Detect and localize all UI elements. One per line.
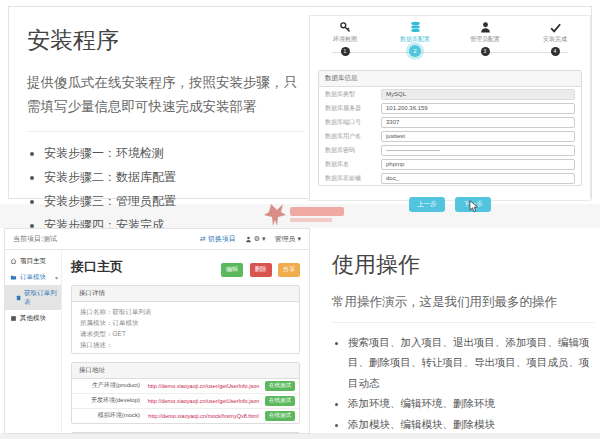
step-number: 1 (341, 47, 350, 56)
db-port-input[interactable] (381, 117, 575, 128)
env-label: 模拟环境(mock) (76, 411, 146, 420)
settings-dropdown[interactable]: ⚙ ▾ (245, 235, 266, 243)
folder-icon (10, 274, 17, 281)
usage-item: 添加环境、编辑环境、删除环境 (348, 393, 594, 413)
db-prefix-input[interactable] (381, 173, 575, 184)
install-description: 提供傻瓜式在线安装程序，按照安装步骤，只需填写少量信息即可快速完成安装部署 (27, 71, 299, 120)
check-icon (549, 21, 562, 34)
home-icon (10, 258, 17, 265)
env-label: 开发环境(develop) (76, 396, 146, 405)
db-type-input[interactable] (381, 89, 575, 100)
env-url-link[interactable]: http://demo.xiaoyaoji.cn/mock/fxsmyQx8.h… (146, 413, 261, 419)
switch-project-link[interactable]: ⇄ 切换项目 (200, 234, 236, 244)
person-icon (245, 236, 252, 243)
step-label: 管理员配置 (470, 35, 500, 44)
usage-item: 搜索项目、加入项目、退出项目、添加项目、编辑项目、删除项目、转让项目、导出项目、… (348, 332, 594, 393)
caret-down-icon: ▾ (55, 274, 58, 281)
wizard-step-database[interactable]: 数据库配置 2 (380, 21, 450, 62)
panel-title: 接口地址 (72, 363, 299, 379)
step-number: 3 (481, 47, 490, 56)
switch-icon: ⇄ (200, 235, 206, 243)
field-label: 数据库服务器 (325, 104, 381, 113)
wizard-step-finish[interactable]: 安装完成 4 (520, 21, 590, 62)
detail-row: 请求类型：GET (80, 328, 291, 339)
app-sidebar: 项目主页 订单模块 ▾ 获取订单列表 其他模块 (5, 250, 62, 434)
address-row-mock: 模拟环境(mock) http://demo.xiaoyaoji.cn/mock… (72, 409, 299, 423)
db-server-input[interactable] (381, 103, 575, 114)
detail-row: 所属模块：订单模块 (80, 317, 291, 328)
detail-row: 接口描述： (80, 339, 291, 350)
field-label: 数据库密码 (325, 146, 381, 155)
panel-title: 请求参数 (72, 433, 299, 435)
db-field-row: 数据库密码 (319, 143, 581, 157)
db-field-row: 数据库用户名 (319, 129, 581, 143)
sidebar-item-project-home[interactable]: 项目主页 (5, 253, 61, 269)
app-navbar: 当前项目:测试 ⇄ 切换项目 ⚙ ▾ 管理员 ▾ (5, 229, 309, 250)
main-header: 接口主页 编辑 删除 分享 (71, 257, 300, 277)
usage-list: 搜索项目、加入项目、退出项目、添加项目、编辑项目、删除项目、转让项目、导出项目、… (332, 332, 594, 439)
user-menu-dropdown[interactable]: 管理员 ▾ (274, 234, 301, 244)
sidebar-item-other-module[interactable]: 其他模块 (5, 310, 61, 326)
field-label: 数据库端口号 (325, 118, 381, 127)
panel-body: 接口名称：获取订单列表 所属模块：订单模块 请求类型：GET 接口描述： (72, 302, 299, 353)
usage-subtitle: 常用操作演示，这是我们用到最多的操作 (332, 294, 594, 311)
db-password-input[interactable] (381, 145, 575, 156)
app-screenshot: 当前项目:测试 ⇄ 切换项目 ⚙ ▾ 管理员 ▾ (4, 228, 310, 434)
address-row-develop: 开发环境(develop) http://demo.xiaoyaoji.cn/u… (72, 394, 299, 409)
field-label: 数据库表前缀 (325, 174, 381, 183)
online-test-button[interactable]: 在线测试 (265, 381, 295, 391)
install-section: 安装程序 提供傻瓜式在线安装程序，按照安装步骤，只需填写少量信息即可快速完成安装… (8, 6, 592, 199)
wizard-step-admin[interactable]: 管理员配置 3 (450, 21, 520, 62)
field-label: 数据库类型 (325, 90, 381, 99)
divider (27, 131, 305, 132)
navbar-right: ⇄ 切换项目 ⚙ ▾ 管理员 ▾ (200, 234, 301, 244)
env-url-link[interactable]: http://demo.xiaoyaoji.cn/user/getUserInf… (146, 398, 261, 404)
db-field-row: 数据库表前缀 (319, 171, 581, 185)
address-row-product: 生产环境(product) http://demo.xiaoyaoji.cn/u… (72, 379, 299, 394)
usage-item: 添加接口、编辑接口、删除接口、调试接口 (348, 434, 594, 439)
share-button[interactable]: 分享 (278, 263, 300, 277)
request-params-panel: 请求参数 (71, 432, 300, 435)
current-project-label: 当前项目:测试 (13, 234, 57, 244)
field-label: 数据库用户名 (325, 132, 381, 141)
db-name-input[interactable] (381, 159, 575, 170)
panel-title: 接口详情 (72, 286, 299, 302)
document-icon (16, 295, 21, 301)
detail-row: 接口名称：获取订单列表 (80, 306, 291, 317)
wizard-step-environment[interactable]: 环境检测 1 (310, 21, 380, 62)
install-step-item: 安装步骤一：环境检测 (44, 141, 305, 165)
usage-title: 使用操作 (332, 250, 594, 280)
sidebar-item-order-module[interactable]: 订单模块 ▾ (5, 269, 61, 285)
install-wizard-screenshot: 环境检测 1 数据库配置 2 管理员配置 3 (309, 15, 591, 201)
online-test-button[interactable]: 在线测试 (265, 396, 295, 406)
edit-button[interactable]: 编辑 (221, 263, 243, 277)
db-username-input[interactable] (381, 131, 575, 142)
db-field-row: 数据库服务器 (319, 101, 581, 115)
interface-detail-panel: 接口详情 接口名称：获取订单列表 所属模块：订单模块 请求类型：GET 接口描述… (71, 285, 300, 354)
database-icon (409, 21, 422, 34)
gear-icon: ⚙ (254, 235, 260, 243)
env-label: 生产环境(product) (76, 381, 146, 390)
online-test-button[interactable]: 在线测试 (265, 411, 295, 421)
interface-page-title: 接口主页 (71, 258, 123, 276)
app-layout: 项目主页 订单模块 ▾ 获取订单列表 其他模块 接口主页 (5, 250, 309, 434)
step-label: 环境检测 (333, 35, 357, 44)
install-title: 安装程序 (27, 25, 305, 56)
caret-down-icon: ▾ (262, 235, 266, 243)
prev-step-button[interactable]: 上一步 (409, 197, 445, 212)
field-label: 数据库名 (325, 160, 381, 169)
delete-button[interactable]: 删除 (250, 263, 272, 277)
env-url-link[interactable]: http://demo.xiaoyaoji.cn/user/getUserInf… (146, 383, 261, 389)
cube-icon (10, 315, 17, 322)
usage-section: 使用操作 常用操作演示，这是我们用到最多的操作 搜索项目、加入项目、退出项目、添… (332, 250, 594, 439)
caret-down-icon: ▾ (297, 235, 301, 243)
interface-address-panel: 接口地址 生产环境(product) http://demo.xiaoyaoji… (71, 362, 300, 424)
db-field-row: 数据库类型 (319, 87, 581, 101)
divider (332, 322, 594, 323)
db-info-panel-title: 数据库信息 (319, 71, 581, 87)
db-field-row: 数据库端口号 (319, 115, 581, 129)
sidebar-item-get-order-list[interactable]: 获取订单列表 (5, 285, 61, 310)
action-buttons: 编辑 删除 分享 (219, 257, 300, 277)
page: 安装程序 提供傻瓜式在线安装程序，按照安装步骤，只需填写少量信息即可快速完成安装… (0, 0, 600, 439)
step-label: 安装完成 (543, 35, 567, 44)
